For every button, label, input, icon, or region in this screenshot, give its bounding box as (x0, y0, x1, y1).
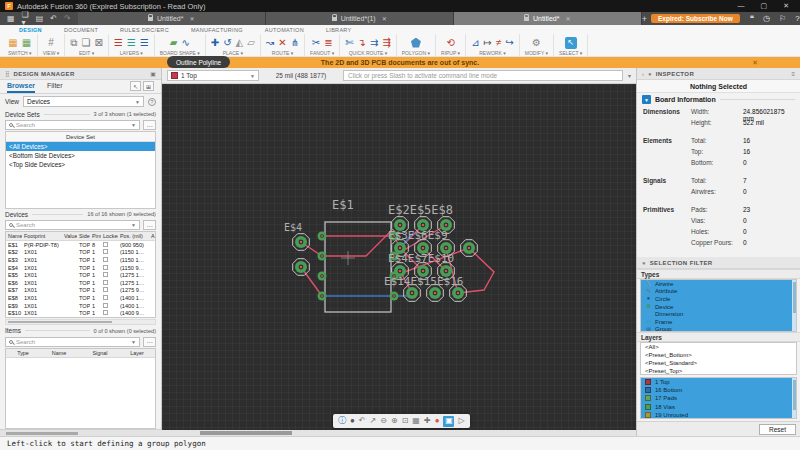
locked-checkbox[interactable] (103, 257, 108, 262)
paste-icon[interactable]: ❏ (81, 38, 90, 48)
highlight-tool-button[interactable]: ⊞ (143, 81, 154, 91)
document-tab[interactable]: Untitled*✕ (454, 12, 642, 25)
locked-checkbox[interactable] (103, 287, 108, 292)
device-set-row[interactable]: <Bottom Side Devices> (6, 151, 155, 160)
view-grid-icon[interactable]: # (48, 38, 54, 48)
select-cursor-icon[interactable]: ↖ (565, 37, 577, 49)
ribbon-group-label[interactable]: POLYGON ▾ (402, 50, 430, 56)
device-sets-search-input[interactable]: Search ▼ (5, 120, 140, 130)
warning-close-icon[interactable]: ✕ (752, 59, 758, 67)
ribbon-group-label[interactable]: SELECT ▾ (559, 50, 582, 56)
layers-scrollbar[interactable] (792, 378, 796, 418)
device-set-row[interactable]: <Top Side Devices> (6, 160, 155, 169)
device-set-row[interactable]: <All Devices> (6, 142, 155, 151)
ribbon-tab-automation[interactable]: AUTOMATION (254, 27, 315, 33)
locked-checkbox[interactable] (103, 265, 108, 270)
rotate-icon[interactable]: ↺ (223, 38, 231, 48)
rework-extend-icon[interactable]: ↦ (484, 38, 492, 48)
layer-dropdown[interactable]: 1 Top ▼ (167, 70, 259, 81)
route-diff-icon[interactable]: ✕ (278, 38, 286, 48)
help-icon[interactable]: ? (795, 14, 799, 23)
column-header[interactable]: Signal (78, 350, 120, 356)
notification-icon[interactable]: ⚐ (779, 14, 786, 23)
locked-checkbox[interactable] (103, 310, 108, 315)
board-curve-icon[interactable]: ∿ (181, 38, 189, 48)
undo-view-icon[interactable]: ↶ (359, 417, 366, 425)
types-scrollbar[interactable] (792, 280, 796, 331)
table-row[interactable]: E$71X01TOP1(1275 9… (6, 287, 155, 295)
copy-icon[interactable]: ⧉ (70, 38, 77, 48)
table-row[interactable]: E$41X01TOP1(1150 9… (6, 264, 155, 272)
locked-checkbox[interactable] (103, 295, 108, 300)
data-panel-icon[interactable]: ▤ (36, 15, 44, 23)
column-header[interactable]: Name (6, 233, 22, 239)
zoom-in-icon[interactable]: ⊕ (391, 417, 398, 425)
select-tool-button[interactable]: ↖ (130, 81, 141, 91)
tab-browser[interactable]: Browser (7, 82, 35, 93)
table-row[interactable]: E$1P(R-PDIP-T8)TOP8(900 950) (6, 241, 155, 249)
layers-stack-blue-icon[interactable]: ☰ (140, 38, 149, 48)
layers-stack-red-icon[interactable]: ☰ (114, 38, 123, 48)
eye-icon[interactable]: ● (350, 417, 355, 425)
table-row[interactable]: E$51X01TOP1(1275 1… (6, 271, 155, 279)
file-menu-icon[interactable]: ❏ ▾ (22, 11, 29, 27)
rework-polyline-icon[interactable]: ⊿ (471, 38, 479, 48)
board-information-header[interactable]: ▼ Board Information (637, 93, 800, 106)
column-header[interactable]: Name (38, 350, 78, 356)
tab-filter[interactable]: Filter (47, 82, 63, 93)
close-icon[interactable]: ✕ (565, 15, 570, 22)
table-row[interactable]: E$31X01TOP1(1150 1… (6, 256, 155, 264)
locked-checkbox[interactable] (103, 272, 108, 277)
redo-icon[interactable]: ↷ (64, 15, 71, 23)
layer-filter-row[interactable]: 17 Pads (641, 394, 796, 402)
type-filter-row[interactable]: ●Circle (641, 295, 796, 303)
switch-board-3d-icon[interactable]: ▦ (22, 38, 31, 48)
ribbon-tab-design[interactable]: DESIGN (8, 27, 53, 33)
table-row[interactable]: E$91X01TOP1(1400 1… (6, 302, 155, 310)
table-row[interactable]: E$61X01TOP1(1275 1… (6, 279, 155, 287)
collapse-triangle-icon[interactable]: ▼ (642, 95, 651, 104)
ribbon-group-label[interactable]: RIPUP ▾ (441, 50, 460, 56)
locked-checkbox[interactable] (103, 242, 108, 247)
ribbon-group-label[interactable]: MODIFY ▾ (525, 50, 548, 56)
locked-checkbox[interactable] (103, 303, 108, 308)
panel-menu-icon[interactable]: ≡ (791, 71, 795, 77)
close-button[interactable]: ✕ (783, 2, 789, 10)
type-filter-row[interactable]: ✎Attribute (641, 288, 796, 296)
select-window-icon[interactable]: ▣ (443, 416, 454, 427)
ribbon-tab-library[interactable]: LIBRARY (315, 27, 363, 33)
ribbon-group-label[interactable]: ROUTE ▾ (272, 50, 293, 56)
ripup-icon[interactable]: ⟲ (446, 38, 454, 48)
ribbon-group-label[interactable]: QUICK ROUTE ▾ (349, 50, 388, 56)
device-sets-menu-button[interactable]: ⋯ (143, 120, 156, 130)
layer-preset-row[interactable]: <Preset_Bottom> (641, 351, 796, 359)
close-icon[interactable]: ✕ (189, 15, 194, 22)
devices-search-input[interactable]: Search ▼ (5, 220, 140, 230)
layers-stack-teal-icon[interactable]: ☰ (127, 38, 136, 48)
type-filter-row[interactable]: ▭Frame (641, 318, 796, 326)
rework-meander-icon[interactable]: ≠ (496, 38, 502, 48)
mirror-icon[interactable]: ◭ (236, 38, 244, 48)
new-tab-button[interactable]: + (642, 12, 647, 25)
layer-filter-row[interactable]: 19 Unrouted (641, 411, 796, 419)
delete-icon[interactable]: ⊠ (94, 38, 102, 48)
column-header[interactable]: Type (6, 350, 38, 356)
layer-preset-row[interactable]: <Preset_Standard> (641, 359, 796, 367)
ribbon-group-label[interactable]: EDIT ▾ (79, 50, 94, 56)
undo-icon[interactable]: ↶ (50, 15, 57, 23)
job-status-icon[interactable]: ◷ (763, 14, 770, 23)
minimize-button[interactable]: — (738, 2, 745, 10)
pcb-canvas[interactable]: E$1E$4E$2E$5E$8E$3E$6E$9E$4E$7E$10E$14E$… (162, 84, 636, 436)
comment-icon[interactable]: ❝ (750, 14, 754, 23)
devices-table-hscrollbar[interactable] (5, 319, 156, 325)
column-header[interactable]: Pins (90, 233, 101, 239)
command-line-input[interactable]: Click or press Slash to activate command… (343, 70, 623, 81)
layer-filter-row[interactable]: 18 Vias (641, 403, 796, 411)
zoom-out-icon[interactable]: ⊖ (380, 417, 387, 425)
quickroute-2-icon[interactable]: ↴ (358, 38, 366, 48)
ribbon-group-label[interactable]: LAYERS ▾ (120, 50, 143, 56)
column-header[interactable]: A (149, 233, 155, 239)
quickroute-4-icon[interactable]: ⇶ (382, 38, 390, 48)
column-header[interactable]: Side (77, 233, 90, 239)
document-tab[interactable]: Untitled*(1)✕ (266, 12, 454, 25)
